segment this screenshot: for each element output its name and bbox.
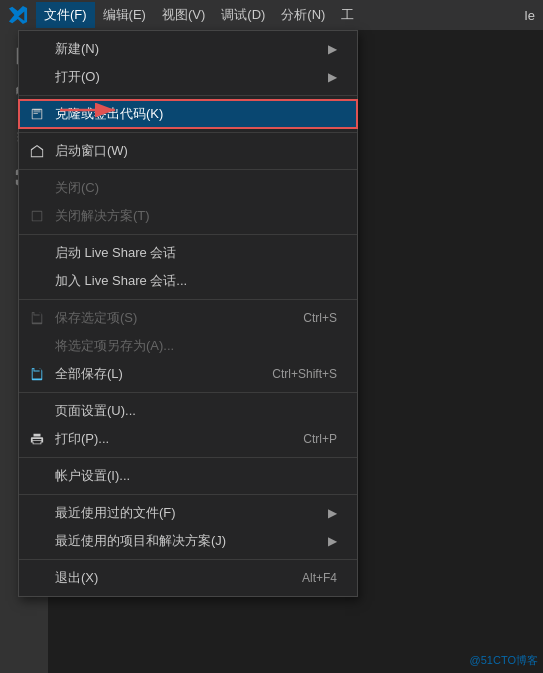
menu-item-open[interactable]: 打开(O) ▶ (19, 63, 357, 91)
saveall-shortcut: Ctrl+Shift+S (232, 367, 337, 381)
menu-item-saveall[interactable]: 全部保存(L) Ctrl+Shift+S (19, 360, 357, 388)
menu-item-startwindow[interactable]: 启动窗口(W) (19, 137, 357, 165)
menu-item-startwindow-label: 启动窗口(W) (55, 142, 128, 160)
menu-item-print[interactable]: 打印(P)... Ctrl+P (19, 425, 357, 453)
menu-group-account: 帐户设置(I)... (19, 457, 357, 494)
saveselection-icon (29, 310, 45, 326)
menu-item-closesolution-label: 关闭解决方案(T) (55, 207, 150, 225)
menu-item-close[interactable]: 关闭(C) (19, 174, 357, 202)
menu-item-saveas-label: 将选定项另存为(A)... (55, 337, 174, 355)
menu-item-recentprojects[interactable]: 最近使用的项目和解决方案(J) ▶ (19, 527, 357, 555)
menu-group-new-open: 新建(N) ▶ 打开(O) ▶ (19, 31, 357, 95)
menu-group-page: 页面设置(U)... 打印(P)... Ctrl+P (19, 392, 357, 457)
menu-item-liveshare-start-label: 启动 Live Share 会话 (55, 244, 176, 262)
saveall-icon (29, 366, 45, 382)
menu-item-liveshare-join[interactable]: 加入 Live Share 会话... (19, 267, 357, 295)
menu-item-accountsettings[interactable]: 帐户设置(I)... (19, 462, 357, 490)
saveselection-shortcut: Ctrl+S (263, 311, 337, 325)
menu-item-new[interactable]: 新建(N) ▶ (19, 35, 357, 63)
arrow-icon-recentprojects: ▶ (328, 534, 337, 548)
menu-item-open-label: 打开(O) (55, 68, 100, 86)
exit-shortcut: Alt+F4 (262, 571, 337, 585)
arrow-icon-recentfiles: ▶ (328, 506, 337, 520)
arrow-icon-open: ▶ (328, 70, 337, 84)
menu-group-clone: 克隆或签出代码(K) (19, 95, 357, 132)
menu-group-startwindow: 启动窗口(W) (19, 132, 357, 169)
print-shortcut: Ctrl+P (263, 432, 337, 446)
menu-item-saveall-label: 全部保存(L) (55, 365, 123, 383)
menu-item-pagesettings[interactable]: 页面设置(U)... (19, 397, 357, 425)
menu-item-clone[interactable]: 克隆或签出代码(K) (19, 100, 357, 128)
menu-item-recentfiles[interactable]: 最近使用过的文件(F) ▶ (19, 499, 357, 527)
menu-group-close: 关闭(C) 关闭解决方案(T) (19, 169, 357, 234)
menu-group-recent: 最近使用过的文件(F) ▶ 最近使用的项目和解决方案(J) ▶ (19, 494, 357, 559)
menu-item-clone-label: 克隆或签出代码(K) (55, 105, 163, 123)
menu-group-save: 保存选定项(S) Ctrl+S 将选定项另存为(A)... 全部保存(L) Ct… (19, 299, 357, 392)
file-menu-dropdown: 新建(N) ▶ 打开(O) ▶ 克隆或签出代码(K) (18, 30, 358, 597)
menu-item-new-label: 新建(N) (55, 40, 99, 58)
menu-group-liveshare: 启动 Live Share 会话 加入 Live Share 会话... (19, 234, 357, 299)
startwindow-icon (29, 143, 45, 159)
menu-item-recentfiles-label: 最近使用过的文件(F) (55, 504, 176, 522)
menu-item-saveselection[interactable]: 保存选定项(S) Ctrl+S (19, 304, 357, 332)
menu-item-accountsettings-label: 帐户设置(I)... (55, 467, 130, 485)
menu-item-saveselection-label: 保存选定项(S) (55, 309, 137, 327)
menu-item-pagesettings-label: 页面设置(U)... (55, 402, 136, 420)
menu-item-recentprojects-label: 最近使用的项目和解决方案(J) (55, 532, 226, 550)
arrow-icon-new: ▶ (328, 42, 337, 56)
menu-item-exit[interactable]: 退出(X) Alt+F4 (19, 564, 357, 592)
menu-item-liveshare-join-label: 加入 Live Share 会话... (55, 272, 187, 290)
clone-icon (29, 106, 45, 122)
dropdown-overlay[interactable]: 新建(N) ▶ 打开(O) ▶ 克隆或签出代码(K) (0, 0, 543, 673)
closesolution-icon (29, 208, 45, 224)
print-icon (29, 431, 45, 447)
menu-item-closesolution[interactable]: 关闭解决方案(T) (19, 202, 357, 230)
menu-item-liveshare-start[interactable]: 启动 Live Share 会话 (19, 239, 357, 267)
menu-item-close-label: 关闭(C) (55, 179, 99, 197)
menu-item-saveas[interactable]: 将选定项另存为(A)... (19, 332, 357, 360)
menu-group-exit: 退出(X) Alt+F4 (19, 559, 357, 596)
menu-item-print-label: 打印(P)... (55, 430, 109, 448)
menu-item-exit-label: 退出(X) (55, 569, 98, 587)
